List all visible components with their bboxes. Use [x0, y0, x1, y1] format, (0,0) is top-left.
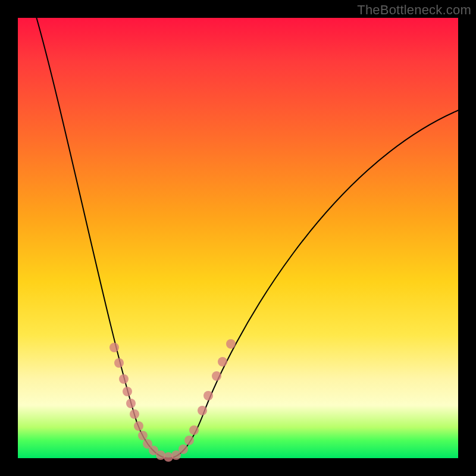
- watermark-text: TheBottleneck.com: [357, 2, 471, 18]
- marker-dot: [138, 431, 148, 440]
- marker-dot: [119, 374, 129, 384]
- markers-bottom: [156, 450, 181, 462]
- marker-dot: [203, 391, 213, 400]
- frame: TheBottleneck.com: [0, 0, 476, 476]
- chart-svg: [18, 18, 458, 458]
- marker-dot: [126, 399, 136, 408]
- marker-dot: [134, 421, 143, 431]
- marker-dot: [184, 436, 194, 445]
- marker-dot: [189, 425, 199, 435]
- marker-dot: [123, 387, 132, 396]
- marker-dot: [226, 339, 236, 349]
- marker-dot: [198, 406, 207, 415]
- plot-area: [18, 18, 458, 458]
- markers-left-arm: [109, 343, 158, 455]
- marker-dot: [178, 444, 188, 454]
- marker-dot: [114, 358, 124, 368]
- marker-dot: [212, 371, 221, 381]
- bottleneck-curve: [36, 15, 459, 458]
- marker-dot: [218, 357, 227, 367]
- marker-dot: [130, 409, 139, 419]
- markers-right-arm: [178, 339, 236, 454]
- marker-dot: [109, 343, 119, 352]
